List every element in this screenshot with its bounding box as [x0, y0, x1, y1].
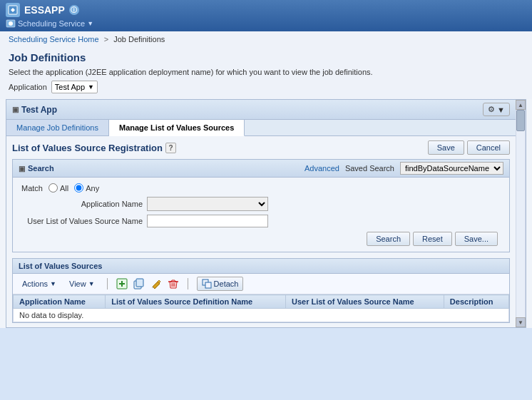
panel-header: ▣ Test App ⚙ ▼ [6, 100, 516, 120]
view-button[interactable]: View ▼ [66, 277, 98, 290]
svg-rect-5 [136, 279, 143, 287]
actions-button[interactable]: Actions ▼ [19, 277, 60, 290]
search-box: ▣ Search Advanced Saved Search findByDat… [12, 159, 510, 252]
scroll-down-arrow[interactable]: ▼ [516, 317, 526, 327]
advanced-link[interactable]: Advanced [305, 164, 339, 173]
reset-button[interactable]: Reset [413, 232, 452, 246]
search-form: Match All Any [13, 178, 509, 252]
scroll-thumb[interactable] [516, 110, 525, 131]
match-all-input[interactable] [48, 183, 58, 193]
match-row: Match All Any [21, 183, 501, 193]
main-content: Scheduling Service Home > Job Definition… [0, 31, 532, 328]
app-name-select[interactable] [147, 197, 268, 211]
search-box-controls: Advanced Saved Search findByDataSourceNa… [305, 162, 503, 175]
tab-manage-lov-sources[interactable]: Manage List of Values Sources [109, 120, 245, 136]
service-subtitle[interactable]: Scheduling Service ▼ [6, 19, 93, 29]
app-dropdown-value: Test App [55, 83, 85, 91]
detach-icon [202, 279, 212, 289]
save-search-button[interactable]: Save... [455, 232, 498, 246]
copy-icon-button[interactable] [133, 278, 145, 289]
col-app-name: Application Name [14, 295, 106, 309]
actions-arrow: ▼ [50, 280, 56, 287]
lov-source-label: User List of Values Source Name [21, 217, 143, 225]
app-header: ESSAPP ⓘ Scheduling Service ▼ [0, 0, 532, 31]
panel-content: List of Values Source Registration ? Sav… [6, 136, 516, 327]
actions-label: Actions [22, 280, 48, 288]
toolbar-separator-2 [188, 278, 188, 289]
panel-collapse-icon[interactable]: ▣ [12, 106, 19, 113]
copy-icon [133, 278, 145, 289]
breadcrumb-home-link[interactable]: Scheduling Service Home [9, 35, 99, 43]
add-icon [116, 278, 128, 289]
app-name-label: Application Name [21, 200, 143, 208]
saved-search-label: Saved Search [345, 164, 394, 173]
search-collapse-icon[interactable]: ▣ [19, 165, 25, 173]
saved-search-select[interactable]: findByDataSourceName Default [400, 162, 503, 175]
lov-source-input[interactable] [147, 215, 268, 227]
tab-manage-job-definitions[interactable]: Manage Job Definitions [6, 120, 109, 135]
info-icon[interactable]: ⓘ [69, 5, 79, 15]
breadcrumb-current: Job Definitions [113, 35, 165, 43]
delete-icon-button[interactable] [168, 278, 179, 289]
app-dropdown[interactable]: Test App ▼ [51, 81, 98, 93]
panel-wrapper: ▣ Test App ⚙ ▼ Manage Job Definitions Ma… [6, 99, 526, 328]
app-name-row: Application Name [21, 197, 501, 211]
match-all-radio[interactable]: All [48, 183, 68, 193]
edit-icon [150, 278, 162, 289]
app-field-label: Application [9, 83, 47, 91]
search-button[interactable]: Search [367, 232, 410, 246]
lov-section-header: List of Values Sources [13, 259, 509, 274]
search-box-header: ▣ Search Advanced Saved Search findByDat… [13, 160, 509, 178]
detach-label: Detach [214, 280, 239, 288]
section-title-text: List of Values Source Registration [12, 143, 163, 153]
no-data-cell: No data to display. [14, 309, 509, 322]
section-buttons: Save Cancel [428, 140, 510, 155]
match-any-input[interactable] [74, 183, 83, 193]
table-header-row: Application Name List of Values Source D… [14, 295, 509, 309]
dropdown-arrow[interactable]: ▼ [87, 20, 93, 27]
col-description: Description [444, 295, 508, 309]
lov-source-row: User List of Values Source Name [21, 215, 501, 227]
svg-rect-7 [205, 282, 211, 288]
help-icon[interactable]: ? [165, 143, 176, 153]
match-label: Match [21, 184, 43, 193]
lov-toolbar: Actions ▼ View ▼ [13, 274, 509, 294]
scroll-track[interactable] [516, 110, 525, 317]
app-title: ESSAPP [24, 4, 65, 16]
col-lov-def-name: List of Values Source Definition Name [106, 295, 286, 309]
page-section: Job Definitions Select the application (… [0, 47, 532, 99]
delete-icon [168, 278, 179, 289]
edit-icon-button[interactable] [150, 278, 162, 289]
app-selector: Application Test App ▼ [9, 81, 523, 93]
page-description: Select the application (J2EE application… [9, 68, 523, 76]
vertical-scrollbar[interactable]: ▲ ▼ [516, 100, 526, 327]
tab-bar: Manage Job Definitions Manage List of Va… [6, 120, 516, 136]
add-icon-button[interactable] [116, 278, 128, 289]
panel-title-text: Test App [21, 105, 57, 115]
gear-button[interactable]: ⚙ ▼ [483, 103, 510, 116]
match-radio-group: All Any [48, 183, 99, 193]
search-btn-row: Search Reset Save... [21, 232, 501, 246]
save-button[interactable]: Save [428, 140, 464, 155]
scroll-up-arrow[interactable]: ▲ [516, 100, 526, 110]
app-icon [6, 3, 20, 17]
service-icon [6, 19, 16, 29]
breadcrumb: Scheduling Service Home > Job Definition… [0, 31, 532, 47]
gear-dropdown-arrow: ▼ [497, 106, 505, 114]
gear-icon: ⚙ [488, 105, 495, 114]
section-header-row: List of Values Source Registration ? Sav… [12, 140, 510, 155]
match-any-radio[interactable]: Any [74, 183, 99, 193]
section-title: List of Values Source Registration ? [12, 143, 176, 153]
saved-search-dropdown[interactable]: findByDataSourceName Default [401, 163, 503, 174]
cancel-button[interactable]: Cancel [467, 140, 510, 155]
dropdown-chevron-icon[interactable]: ▼ [88, 83, 94, 91]
view-label: View [69, 280, 86, 288]
svg-point-2 [9, 21, 13, 26]
no-data-row: No data to display. [14, 309, 509, 322]
col-user-lov-source: User List of Values Source Name [285, 295, 444, 309]
detach-button[interactable]: Detach [197, 277, 244, 291]
app-name-input-wrapper [147, 197, 268, 211]
toolbar-separator-1 [107, 278, 108, 289]
panel-title: ▣ Test App [12, 105, 57, 115]
breadcrumb-separator: > [104, 35, 108, 43]
